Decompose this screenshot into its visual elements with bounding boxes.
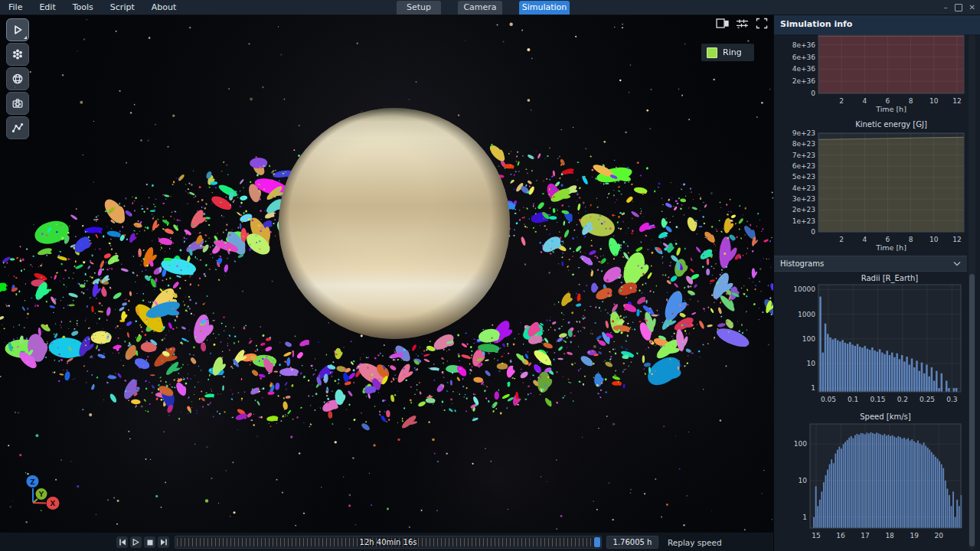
- axis-y-label: Y: [38, 491, 44, 498]
- svg-text:Speed [km/s]: Speed [km/s]: [860, 412, 911, 421]
- svg-text:Radii [R_Earth]: Radii [R_Earth]: [861, 274, 919, 283]
- svg-text:2e+36: 2e+36: [792, 77, 816, 85]
- svg-text:4e+36: 4e+36: [792, 65, 816, 73]
- fullscreen-icon[interactable]: [755, 17, 769, 29]
- svg-text:19: 19: [910, 532, 919, 540]
- tab-camera[interactable]: Camera: [458, 1, 502, 15]
- svg-text:0: 0: [811, 228, 815, 236]
- svg-text:Time [h]: Time [h]: [875, 243, 906, 252]
- svg-text:1e+23: 1e+23: [792, 217, 815, 225]
- svg-text:100: 100: [802, 335, 815, 343]
- svg-text:6: 6: [886, 236, 890, 243]
- panel-header: Simulation info: [774, 15, 980, 35]
- svg-text:12: 12: [952, 97, 961, 105]
- histograms-title: Histograms: [774, 259, 953, 268]
- tool-camera-settings-button[interactable]: [6, 92, 29, 115]
- play-icon: [11, 24, 24, 36]
- ring-color-swatch: [707, 47, 717, 58]
- tool-node-graph-button[interactable]: [6, 116, 29, 139]
- svg-text:6: 6: [886, 97, 890, 105]
- legend-label: Ring: [723, 47, 742, 57]
- viewport-toolbar: [715, 17, 769, 29]
- svg-text:10: 10: [799, 477, 808, 484]
- maximize-button[interactable]: [955, 4, 962, 11]
- svg-text:17: 17: [861, 532, 869, 540]
- legend-ring[interactable]: Ring: [701, 44, 754, 61]
- svg-text:16: 16: [836, 532, 845, 540]
- svg-text:0.3: 0.3: [946, 396, 957, 403]
- svg-text:0.05: 0.05: [821, 396, 836, 403]
- particles-icon: [11, 48, 24, 60]
- svg-text:8: 8: [909, 97, 913, 105]
- window-controls: – ✕: [944, 0, 975, 15]
- svg-text:8e+23: 8e+23: [792, 140, 815, 148]
- svg-text:0.2: 0.2: [897, 396, 908, 403]
- histograms-section-header[interactable]: Histograms: [774, 256, 967, 272]
- svg-text:10000: 10000: [793, 285, 815, 293]
- transport-bar: 12h 40min 16s 1.76005 h Replay speed: [0, 532, 773, 551]
- globe-icon: [11, 73, 24, 85]
- current-time-label: 12h 40min 16s: [175, 536, 601, 548]
- svg-text:4: 4: [862, 97, 867, 105]
- tool-play-button[interactable]: [6, 18, 29, 41]
- svg-text:1000: 1000: [798, 311, 815, 318]
- tool-world-button[interactable]: [6, 67, 29, 90]
- svg-text:9e+23: 9e+23: [792, 129, 815, 137]
- chart-kinetic-energy: 01e+232e+233e+234e+235e+236e+237e+238e+2…: [774, 118, 967, 253]
- svg-text:5e+23: 5e+23: [792, 173, 815, 181]
- camera-gear-icon: [11, 97, 24, 109]
- menu-edit[interactable]: Edit: [31, 0, 64, 15]
- stop-button[interactable]: [144, 536, 155, 548]
- simulation-info-panel: Simulation info 02e+364e+366e+368e+36246…: [773, 15, 980, 551]
- svg-text:Time [h]: Time [h]: [875, 105, 906, 113]
- svg-text:1: 1: [802, 514, 807, 521]
- axis-x-label: X: [51, 500, 56, 507]
- viewport-3d[interactable]: [0, 15, 773, 532]
- chart-area-top: 02e+364e+366e+368e+3624681012Time [h]: [774, 34, 967, 114]
- node-graph-icon: [11, 122, 24, 134]
- menu-script[interactable]: Script: [102, 0, 143, 15]
- skip-to-end-button[interactable]: [158, 536, 169, 548]
- svg-text:2: 2: [839, 236, 844, 243]
- svg-text:7e+23: 7e+23: [792, 152, 815, 159]
- minimize-button[interactable]: –: [944, 0, 948, 15]
- timeline-handle[interactable]: [594, 537, 600, 547]
- tool-particles-button[interactable]: [6, 43, 29, 66]
- svg-text:12: 12: [952, 236, 961, 243]
- menu-tools[interactable]: Tools: [64, 0, 102, 15]
- panel-title: Simulation info: [774, 15, 980, 34]
- close-button[interactable]: ✕: [969, 0, 975, 15]
- tab-simulation[interactable]: Simulation: [519, 1, 570, 15]
- panel-scrollbar-thumb[interactable]: [969, 274, 975, 546]
- svg-text:20: 20: [934, 532, 943, 540]
- skip-to-start-button[interactable]: [116, 536, 128, 548]
- svg-text:0.25: 0.25: [920, 396, 935, 403]
- replay-speed-label: Replay speed: [668, 533, 722, 551]
- adjust-sliders-icon[interactable]: [735, 17, 749, 29]
- svg-text:1: 1: [811, 384, 815, 392]
- menubar: File Edit Tools Script About Setup Camer…: [0, 0, 980, 15]
- svg-text:6e+36: 6e+36: [792, 54, 816, 61]
- menu-file[interactable]: File: [0, 0, 31, 15]
- panel-scrollbar[interactable]: [969, 34, 975, 549]
- svg-text:Kinetic energy [GJ]: Kinetic energy [GJ]: [855, 120, 927, 129]
- timeline-slider[interactable]: 12h 40min 16s: [175, 536, 602, 549]
- play-button[interactable]: [130, 536, 142, 548]
- replay-speed-value[interactable]: 1.76005 h: [606, 536, 658, 549]
- split-view-icon[interactable]: [715, 17, 729, 29]
- menu-about[interactable]: About: [143, 0, 185, 15]
- svg-text:2e+23: 2e+23: [792, 206, 815, 214]
- svg-text:10: 10: [929, 236, 939, 243]
- svg-text:10: 10: [929, 97, 939, 105]
- svg-text:4e+23: 4e+23: [792, 184, 815, 192]
- axis-z-label: Z: [30, 478, 35, 486]
- chart-speed-histogram: 110100151617181920Speed [km/s]: [774, 410, 967, 545]
- axis-gizmo[interactable]: Z Y X: [14, 468, 90, 534]
- svg-text:2: 2: [839, 97, 844, 105]
- svg-text:18: 18: [885, 532, 894, 540]
- svg-text:10: 10: [807, 360, 816, 367]
- svg-text:6e+23: 6e+23: [792, 162, 815, 170]
- svg-text:100: 100: [794, 440, 807, 448]
- tab-setup[interactable]: Setup: [397, 1, 441, 15]
- chart-radii-histogram: 1101001000100000.050.10.150.20.250.3Radi…: [774, 272, 967, 406]
